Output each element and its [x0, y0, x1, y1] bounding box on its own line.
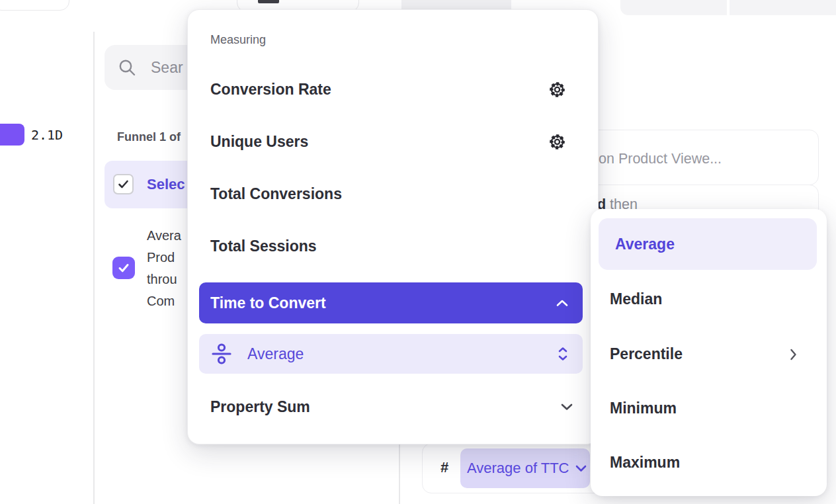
event-filter-text: on Product Viewe... — [599, 151, 722, 167]
metric-selector[interactable]: Average of TTC — [460, 448, 590, 488]
step-description-text: Avera Prod throu Com — [147, 225, 193, 312]
chevron-up-icon — [556, 300, 568, 307]
funnel-section-label: Funnel 1 of — [117, 130, 181, 144]
selected-event-label: Selec — [147, 176, 185, 193]
step-color-tag[interactable] — [0, 124, 24, 146]
submenu-item-maximum[interactable]: Maximum — [610, 454, 680, 472]
chevron-down-icon[interactable] — [561, 403, 573, 411]
center-column-divider — [399, 444, 400, 504]
menu-item-unique-users[interactable]: Unique Users — [210, 133, 308, 151]
menu-item-conversion-rate[interactable]: Conversion Rate — [210, 81, 331, 99]
submenu-item-average[interactable]: Average — [599, 218, 817, 270]
segment-divider — [727, 0, 730, 15]
chevron-up-down-icon — [558, 347, 568, 361]
menu-item-total-sessions[interactable]: Total Sessions — [210, 237, 317, 255]
checkmark-icon — [117, 261, 130, 274]
event-checkbox-checked[interactable] — [113, 174, 134, 194]
measuring-title: Measuring — [210, 33, 266, 47]
chevron-down-icon — [575, 465, 587, 472]
menu-item-property-sum[interactable]: Property Sum — [210, 398, 310, 416]
submenu-item-label: Average — [615, 235, 675, 253]
menu-item-total-conversions[interactable]: Total Conversions — [210, 185, 342, 203]
app-screen: 2.1D Sear Funnel 1 of Selec Avera Prod t… — [0, 0, 836, 504]
menu-subitem-label: Average — [247, 345, 304, 363]
metric-selector-label: Average of TTC — [467, 460, 569, 477]
submenu-item-percentile[interactable]: Percentile — [610, 345, 683, 363]
gear-icon[interactable] — [548, 80, 567, 99]
checkmark-icon — [117, 178, 130, 190]
submenu-item-minimum[interactable]: Minimum — [610, 399, 677, 417]
menu-item-time-to-convert[interactable]: Time to Convert — [199, 282, 583, 323]
top-left-card-fragment — [0, 0, 69, 11]
step-checkbox-checked[interactable] — [112, 257, 135, 279]
search-placeholder: Sear — [151, 59, 183, 77]
chevron-right-icon[interactable] — [790, 349, 797, 360]
metric-hash-prefix: # — [440, 459, 448, 476]
divide-average-icon — [210, 343, 233, 365]
measuring-dropdown-panel — [187, 9, 599, 444]
menu-subitem-average[interactable]: Average — [199, 334, 583, 374]
gear-icon[interactable] — [548, 132, 567, 151]
step-tag-label: 2.1D — [31, 127, 63, 143]
menu-item-label: Time to Convert — [210, 294, 326, 312]
submenu-item-median[interactable]: Median — [610, 290, 662, 308]
left-column-divider — [93, 32, 95, 504]
drag-handle-fragment — [258, 0, 279, 3]
search-icon — [118, 58, 136, 77]
